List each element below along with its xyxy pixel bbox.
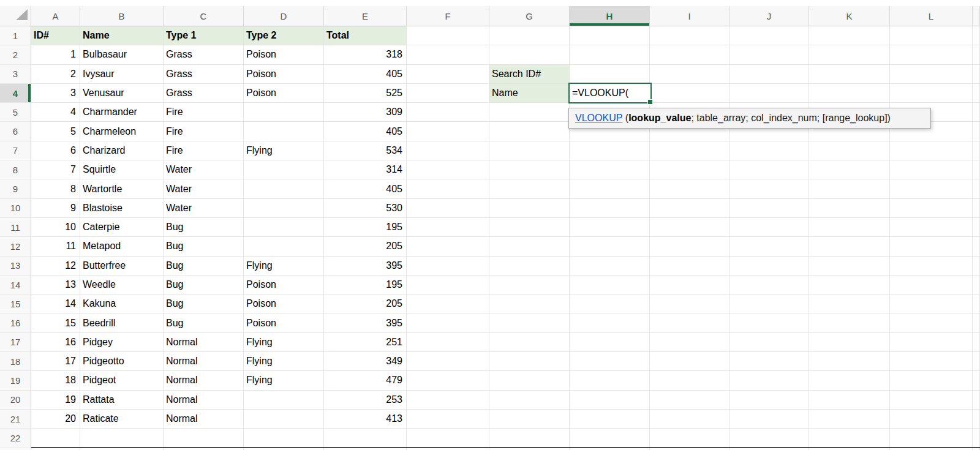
cell-L14[interactable] bbox=[890, 276, 973, 294]
cell-G14[interactable] bbox=[489, 276, 570, 294]
cell-J2[interactable] bbox=[729, 45, 809, 64]
cell-D18[interactable]: Flying bbox=[244, 352, 324, 371]
cell-C10[interactable]: Water bbox=[164, 199, 244, 218]
cell-F20[interactable] bbox=[407, 391, 489, 410]
cell-C22[interactable] bbox=[164, 429, 244, 448]
row-header-8[interactable]: 8 bbox=[0, 160, 31, 179]
cell-F21[interactable] bbox=[407, 410, 489, 429]
row-header-5[interactable]: 5 bbox=[0, 103, 31, 122]
cell-F22[interactable] bbox=[407, 429, 489, 448]
cell-B6[interactable]: Charmeleon bbox=[80, 122, 164, 141]
cell-K13[interactable] bbox=[809, 257, 890, 276]
cell-E12[interactable]: 205 bbox=[324, 237, 407, 256]
cell-J12[interactable] bbox=[729, 237, 809, 256]
cell-E2[interactable]: 318 bbox=[324, 45, 407, 64]
cell-B13[interactable]: Butterfree bbox=[80, 257, 164, 276]
cell-I10[interactable] bbox=[650, 199, 729, 218]
cell-B11[interactable]: Caterpie bbox=[80, 218, 164, 237]
cell-I15[interactable] bbox=[650, 294, 729, 313]
cell-F18[interactable] bbox=[407, 352, 489, 371]
cell-G7[interactable] bbox=[489, 141, 570, 160]
cell-K2[interactable] bbox=[809, 45, 890, 64]
cell-D7[interactable]: Flying bbox=[244, 141, 324, 160]
cell-B18[interactable]: Pidgeotto bbox=[80, 352, 164, 371]
cell-J19[interactable] bbox=[729, 371, 809, 390]
cell-A10[interactable]: 9 bbox=[31, 199, 80, 218]
cell-F11[interactable] bbox=[407, 218, 489, 237]
cell-A3[interactable]: 2 bbox=[31, 65, 80, 84]
cell-F16[interactable] bbox=[407, 313, 489, 332]
cell-K20[interactable] bbox=[809, 391, 890, 410]
cell-J16[interactable] bbox=[729, 313, 809, 332]
column-header-D[interactable]: D bbox=[244, 6, 324, 26]
cell-C1[interactable]: Type 1 bbox=[164, 26, 244, 45]
cell-I8[interactable] bbox=[650, 160, 729, 179]
cell-J15[interactable] bbox=[729, 294, 809, 313]
cell-D9[interactable] bbox=[244, 179, 324, 198]
cell-C12[interactable]: Bug bbox=[164, 237, 244, 256]
cell-C11[interactable]: Bug bbox=[164, 218, 244, 237]
cell-H16[interactable] bbox=[570, 313, 650, 332]
cell-G10[interactable] bbox=[489, 199, 570, 218]
cell-D12[interactable] bbox=[244, 237, 324, 256]
cell-E16[interactable]: 395 bbox=[324, 313, 407, 332]
cell-J9[interactable] bbox=[729, 179, 809, 198]
row-header-11[interactable]: 11 bbox=[0, 218, 31, 237]
cell-F1[interactable] bbox=[407, 26, 489, 45]
cell-B19[interactable]: Pidgeot bbox=[80, 371, 164, 390]
cell-G1[interactable] bbox=[489, 26, 570, 45]
cell-K15[interactable] bbox=[809, 294, 890, 313]
cell-L22[interactable] bbox=[890, 429, 973, 448]
row-header-6[interactable]: 6 bbox=[0, 122, 31, 141]
cell-A2[interactable]: 1 bbox=[31, 45, 80, 64]
column-header-F[interactable]: F bbox=[407, 6, 489, 26]
cell-F14[interactable] bbox=[407, 276, 489, 294]
row-header-20[interactable]: 20 bbox=[0, 391, 31, 410]
cell-H7[interactable] bbox=[570, 141, 650, 160]
cell-C8[interactable]: Water bbox=[164, 160, 244, 179]
cell-H12[interactable] bbox=[570, 237, 650, 256]
cell-F9[interactable] bbox=[407, 179, 489, 198]
cell-L1[interactable] bbox=[890, 26, 973, 45]
cell-J4[interactable] bbox=[729, 84, 809, 103]
cell-L19[interactable] bbox=[890, 371, 973, 390]
cell-L8[interactable] bbox=[890, 160, 973, 179]
row-header-16[interactable]: 16 bbox=[0, 313, 31, 332]
cell-I22[interactable] bbox=[650, 429, 729, 448]
row-header-17[interactable]: 17 bbox=[0, 333, 31, 352]
cell-B9[interactable]: Wartortle bbox=[80, 179, 164, 198]
cell-C17[interactable]: Normal bbox=[164, 333, 244, 352]
cell-I20[interactable] bbox=[650, 391, 729, 410]
cell-D20[interactable] bbox=[244, 391, 324, 410]
cell-C2[interactable]: Grass bbox=[164, 45, 244, 64]
cell-G6[interactable] bbox=[489, 122, 570, 141]
cell-L9[interactable] bbox=[890, 179, 973, 198]
cell-I2[interactable] bbox=[650, 45, 729, 64]
cell-D17[interactable]: Flying bbox=[244, 333, 324, 352]
cell-H2[interactable] bbox=[570, 45, 650, 64]
cell-B16[interactable]: Beedrill bbox=[80, 313, 164, 332]
cell-C21[interactable]: Normal bbox=[164, 410, 244, 429]
cell-F5[interactable] bbox=[407, 103, 489, 122]
cell-H11[interactable] bbox=[570, 218, 650, 237]
cell-E20[interactable]: 253 bbox=[324, 391, 407, 410]
cell-K3[interactable] bbox=[809, 65, 890, 84]
cell-I7[interactable] bbox=[650, 141, 729, 160]
cell-B14[interactable]: Weedle bbox=[80, 276, 164, 294]
column-header-I[interactable]: I bbox=[650, 6, 729, 26]
cell-D11[interactable] bbox=[244, 218, 324, 237]
cell-E14[interactable]: 195 bbox=[324, 276, 407, 294]
cell-H22[interactable] bbox=[570, 429, 650, 448]
cell-K10[interactable] bbox=[809, 199, 890, 218]
cell-F10[interactable] bbox=[407, 199, 489, 218]
cell-J11[interactable] bbox=[729, 218, 809, 237]
cell-A9[interactable]: 8 bbox=[31, 179, 80, 198]
cell-E11[interactable]: 195 bbox=[324, 218, 407, 237]
cell-A6[interactable]: 5 bbox=[31, 122, 80, 141]
cell-E3[interactable]: 405 bbox=[324, 65, 407, 84]
cell-K18[interactable] bbox=[809, 352, 890, 371]
cell-B7[interactable]: Charizard bbox=[80, 141, 164, 160]
cell-H15[interactable] bbox=[570, 294, 650, 313]
cell-E18[interactable]: 349 bbox=[324, 352, 407, 371]
cell-C9[interactable]: Water bbox=[164, 179, 244, 198]
